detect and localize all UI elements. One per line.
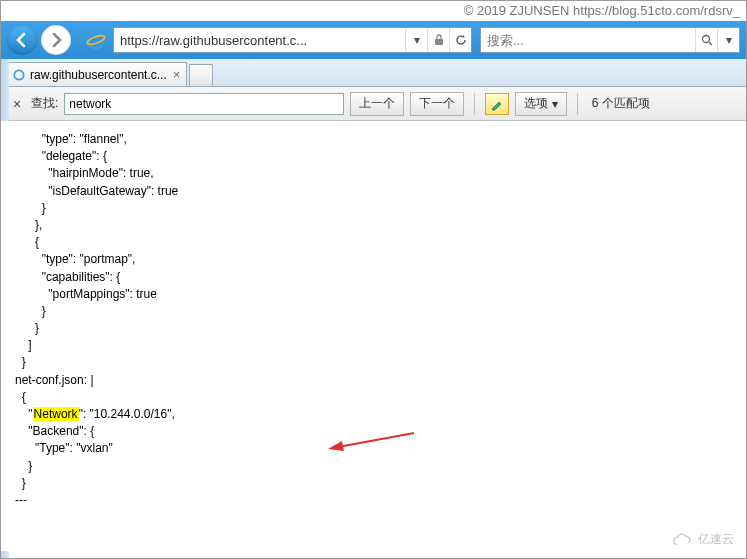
browser-nav-bar: ▾ ▾ bbox=[1, 21, 746, 59]
tab-title: raw.githubusercontent.c... bbox=[30, 68, 167, 82]
copyright-text: © 2019 ZJUNSEN https://blog.51cto.com/rd… bbox=[464, 3, 740, 18]
highlight-button[interactable] bbox=[485, 93, 509, 115]
tab-bar: raw.githubusercontent.c... × bbox=[1, 59, 746, 87]
highlighted-match: Network bbox=[33, 407, 79, 421]
address-bar: ▾ bbox=[113, 27, 472, 53]
page-content: "type": "flannel", "delegate": { "hairpi… bbox=[1, 121, 746, 551]
new-tab-button[interactable] bbox=[189, 64, 213, 86]
findbar-close-icon[interactable]: × bbox=[9, 96, 25, 112]
findbar-options-button[interactable]: 选项 ▾ bbox=[515, 92, 566, 116]
svg-line-6 bbox=[338, 433, 414, 447]
highlighter-icon bbox=[490, 97, 504, 111]
findbar-prev-button[interactable]: 上一个 bbox=[350, 92, 404, 116]
ie-logo-icon bbox=[85, 29, 107, 51]
annotation-arrow-icon bbox=[326, 429, 416, 457]
back-button[interactable] bbox=[7, 25, 37, 55]
svg-point-5 bbox=[14, 70, 23, 79]
tab-close-icon[interactable]: × bbox=[173, 67, 181, 82]
search-input[interactable] bbox=[481, 33, 695, 48]
findbar-next-button[interactable]: 下一个 bbox=[410, 92, 464, 116]
search-dropdown-icon[interactable]: ▾ bbox=[717, 28, 739, 52]
watermark: 亿速云 bbox=[672, 531, 734, 548]
search-icon[interactable] bbox=[695, 28, 717, 52]
findbar-label: 查找: bbox=[31, 95, 58, 112]
svg-line-4 bbox=[709, 42, 712, 45]
search-bar: ▾ bbox=[480, 27, 740, 53]
findbar-input[interactable] bbox=[64, 93, 344, 115]
address-input[interactable] bbox=[114, 33, 405, 48]
find-bar: × 查找: 上一个 下一个 选项 ▾ 6 个匹配项 bbox=[1, 87, 746, 121]
cloud-icon bbox=[672, 532, 694, 548]
tab-favicon-icon bbox=[12, 68, 26, 82]
separator bbox=[577, 93, 578, 115]
browser-tab[interactable]: raw.githubusercontent.c... × bbox=[5, 62, 187, 86]
lock-icon bbox=[427, 28, 449, 52]
findbar-match-count: 6 个匹配项 bbox=[592, 95, 650, 112]
refresh-icon[interactable] bbox=[449, 28, 471, 52]
forward-button[interactable] bbox=[41, 25, 71, 55]
separator bbox=[474, 93, 475, 115]
address-dropdown-icon[interactable]: ▾ bbox=[405, 28, 427, 52]
svg-marker-7 bbox=[328, 441, 344, 451]
svg-point-3 bbox=[702, 36, 709, 43]
svg-rect-2 bbox=[435, 39, 443, 45]
